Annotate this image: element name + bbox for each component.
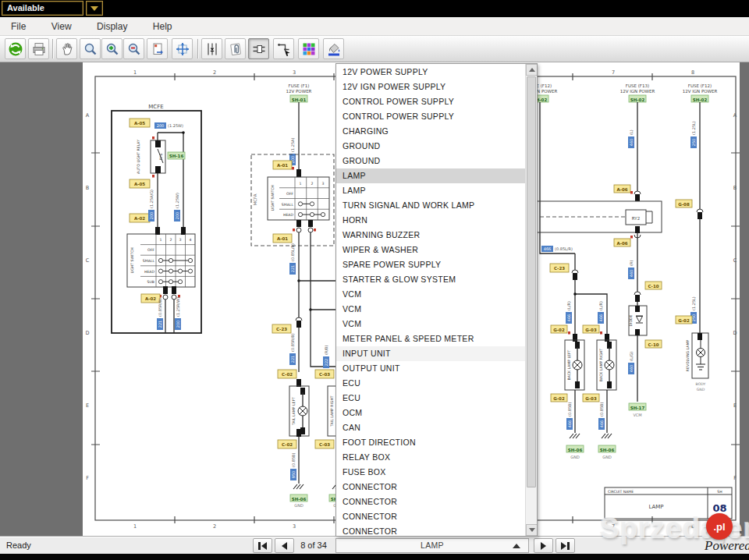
lamp-symbol	[697, 349, 705, 357]
dropdown-item[interactable]: CONTROL POWER SUPPLY	[336, 109, 525, 124]
svg-text:(L/R): (L/R)	[566, 301, 571, 310]
svg-text:466: 466	[598, 314, 603, 322]
wire-label: 200 (1.25A/G)	[148, 190, 154, 222]
svg-text:(1.25R/W): (1.25R/W)	[176, 297, 180, 317]
dropdown-item-hovered[interactable]: INPUT UNIT	[336, 346, 525, 361]
wiring-select-button[interactable]	[273, 38, 294, 59]
sheet-number: 08	[712, 502, 726, 514]
dropdown-item[interactable]: VCM	[336, 302, 525, 317]
menu-display[interactable]: Display	[86, 17, 138, 36]
color-palette-button[interactable]	[298, 38, 319, 59]
zoom-window-button[interactable]	[80, 38, 101, 59]
schematics-dropdown-button[interactable]	[86, 1, 103, 16]
prev-page-button[interactable]	[275, 538, 294, 553]
svg-text:E: E	[733, 402, 737, 409]
dropdown-item[interactable]: GROUND	[336, 139, 525, 154]
svg-text:(L/G): (L/G)	[629, 352, 634, 361]
edit-clip-button[interactable]	[225, 38, 246, 59]
circuit-dropdown-list: 12V POWER SUPPLY 12V IGN POWER SUPPLY CO…	[335, 63, 538, 537]
dropdown-item[interactable]: ECU	[336, 376, 525, 391]
dropdown-item[interactable]: OCM	[336, 406, 525, 420]
dropdown-item[interactable]: 12V POWER SUPPLY	[336, 65, 525, 80]
svg-text:OFF: OFF	[286, 192, 293, 196]
dropdown-item[interactable]: CONNECTOR	[336, 509, 525, 524]
menu-help[interactable]: Help	[142, 17, 183, 36]
scroll-down-button[interactable]	[526, 524, 538, 536]
circuit-lines-button[interactable]	[201, 38, 222, 59]
dropdown-item[interactable]: CHARGING	[336, 124, 525, 139]
dropdown-item[interactable]: METER PANEL & SPEED METER	[336, 331, 525, 346]
fuse-f13-label: FUSE (F13)	[626, 83, 649, 88]
dropdown-item[interactable]: FUSE BOX	[336, 465, 525, 480]
circuit-selector-value: LAMP	[336, 539, 528, 552]
menu-view[interactable]: View	[41, 17, 83, 36]
svg-text:A: A	[733, 112, 737, 119]
refresh-button[interactable]	[5, 38, 26, 59]
zoom-window-icon	[83, 41, 98, 57]
prev-page-icon	[282, 542, 287, 550]
dropdown-item[interactable]: WIPER & WASHER	[336, 243, 525, 257]
dropdown-item[interactable]: SPARE POWER SUPPLY	[336, 257, 525, 272]
dropdown-item[interactable]: WARNING BUZZER	[336, 228, 525, 243]
svg-text:SH-02: SH-02	[630, 97, 645, 102]
svg-text:OFF: OFF	[147, 248, 154, 252]
dropdown-item[interactable]: OUTPUT UNIT	[336, 361, 525, 376]
svg-text:12V IGN POWER: 12V IGN POWER	[620, 89, 655, 94]
zoom-in-button[interactable]	[101, 38, 122, 59]
dropdown-item[interactable]: GROUND	[336, 154, 525, 168]
dropdown-item[interactable]: STARTER & GLOW SYSTEM	[336, 272, 525, 287]
dropdown-item[interactable]: CAN	[336, 420, 525, 435]
svg-text:12V IGN POWER: 12V IGN POWER	[683, 89, 718, 94]
zoom-out-button[interactable]	[123, 38, 144, 59]
scrollbar-thumb[interactable]	[527, 76, 536, 487]
print-button[interactable]	[28, 38, 49, 59]
refresh-icon	[8, 41, 23, 57]
dropdown-item[interactable]: LAMP	[336, 183, 525, 198]
svg-text:GND: GND	[294, 503, 304, 508]
tail-lamp-right-label: TAIL LAMP RIGHT	[330, 395, 334, 427]
dropdown-item[interactable]: CONNECTOR	[336, 524, 525, 537]
svg-text:(1.25W): (1.25W)	[175, 193, 179, 208]
page-export-icon	[150, 41, 165, 57]
dropdown-item[interactable]: CONTROL POWER SUPPLY	[336, 94, 525, 109]
scroll-up-button[interactable]	[526, 64, 538, 76]
dropdown-item[interactable]: FOOT DIRECTION	[336, 435, 525, 450]
connector-bead	[572, 270, 578, 280]
dropdown-scrollbar[interactable]	[525, 64, 537, 536]
fill-bucket-icon	[326, 41, 342, 57]
connector-bead	[634, 191, 641, 201]
pan-button[interactable]	[56, 38, 77, 59]
dropdown-item[interactable]: 12V IGN POWER SUPPLY	[336, 80, 525, 94]
dropdown-item[interactable]: ECU	[336, 391, 525, 406]
toolbar	[0, 36, 749, 62]
circuit-selector-combo[interactable]: LAMP	[335, 538, 529, 553]
circuit-name-value: LAMP	[648, 504, 663, 510]
connector-tool-button[interactable]	[248, 38, 269, 59]
fill-bucket-button[interactable]	[323, 38, 344, 59]
svg-text:SH-06: SH-06	[600, 448, 615, 452]
circuit-lines-icon	[204, 41, 220, 57]
dropdown-item-selected[interactable]: LAMP	[336, 168, 525, 183]
svg-text:C-03: C-03	[319, 372, 330, 377]
mcfa-label: MCFA	[253, 193, 257, 205]
connector-bead	[634, 292, 641, 302]
first-page-icon	[258, 542, 261, 550]
svg-text:(0.85L/R): (0.85L/R)	[555, 246, 573, 251]
fit-page-button[interactable]	[172, 38, 193, 59]
menu-file[interactable]: File	[0, 17, 37, 36]
last-page-button[interactable]	[556, 538, 575, 553]
dropdown-item[interactable]: TURN SIGNAL AND WORK LAMP	[336, 198, 525, 213]
dropdown-item[interactable]: VCM	[336, 287, 525, 302]
dropdown-item[interactable]: RELAY BOX	[336, 450, 525, 465]
connector-tool-icon	[251, 41, 267, 57]
dropdown-item[interactable]: CONNECTOR	[336, 480, 525, 494]
dropdown-item[interactable]: CONNECTOR	[336, 494, 525, 509]
circuit-name-header: CIRCUIT NAME	[608, 490, 634, 494]
page-export-button[interactable]	[147, 38, 168, 59]
dropdown-item[interactable]: HORN	[336, 213, 525, 228]
dropdown-item[interactable]: VCM	[336, 317, 525, 331]
svg-text:(0.85B): (0.85B)	[599, 402, 604, 416]
svg-text:A-06: A-06	[616, 187, 627, 192]
first-page-button[interactable]	[253, 538, 272, 553]
next-page-button[interactable]	[534, 538, 553, 553]
